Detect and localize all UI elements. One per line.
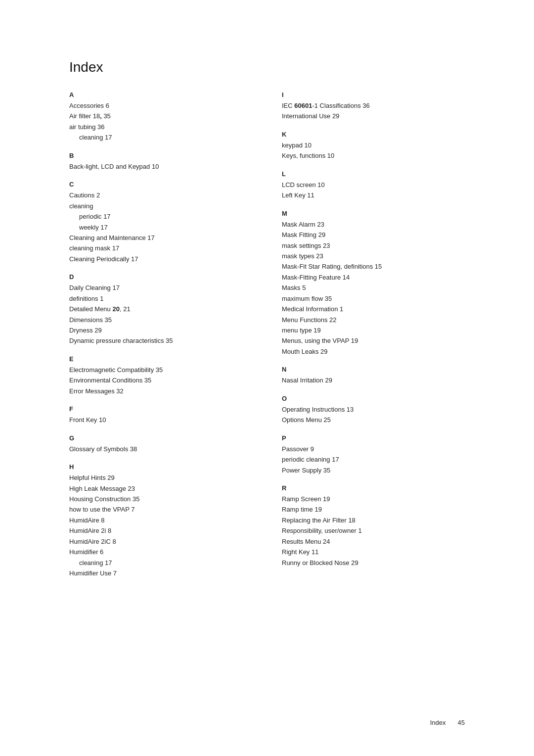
item-humidifier-use: Humidifier Use 7 <box>69 569 117 577</box>
item-definitions: definitions 1 <box>69 295 103 302</box>
section-l-items: LCD screen 10 Left Key 11 <box>282 180 465 201</box>
right-column: I IEC 60601-1 Classifications 36 Interna… <box>282 91 465 587</box>
section-r: R Ramp Screen 19 Ramp time 19 Replacing … <box>282 484 465 568</box>
section-m: M Mask Alarm 23 Mask Fitting 29 mask set… <box>282 210 465 357</box>
item-left-key: Left Key 11 <box>282 191 314 199</box>
section-k: K keypad 10 Keys, functions 10 <box>282 131 465 161</box>
item-cleaning-periodic: periodic 17 <box>69 211 252 222</box>
letter-a: A <box>69 91 252 98</box>
item-mask-alarm: Mask Alarm 23 <box>282 221 324 228</box>
letter-h: H <box>69 463 252 471</box>
section-h-items: Helpful Hints 29 High Leak Message 23 Ho… <box>69 472 252 578</box>
section-p-items: Passover 9 periodic cleaning 17 Power Su… <box>282 444 465 475</box>
footer-page: 45 <box>458 719 465 726</box>
footer-label: Index <box>430 719 446 726</box>
item-humidifier-cleaning: cleaning 17 <box>69 558 252 568</box>
item-environmental: Environmental Conditions 35 <box>69 377 151 384</box>
item-mask-types: mask types 23 <box>282 252 323 260</box>
item-mask-fitting: Mask Fitting 29 <box>282 231 325 238</box>
item-keypad: keypad 10 <box>282 142 312 149</box>
section-n-items: Nasal Irritation 29 <box>282 375 465 385</box>
item-keys-functions: Keys, functions 10 <box>282 152 334 159</box>
item-backlight: Back-light, LCD and Keypad 10 <box>69 163 159 170</box>
item-cleaning-maintenance: Cleaning and Maintenance 17 <box>69 234 155 241</box>
item-masks: Masks 5 <box>282 284 306 291</box>
item-menus-vpap: Menus, using the VPAP 19 <box>282 337 358 344</box>
section-h: H Helpful Hints 29 High Leak Message 23 … <box>69 463 252 578</box>
item-menu-type: menu type 19 <box>282 327 321 334</box>
item-power-supply: Power Supply 35 <box>282 467 330 474</box>
item-periodic-cleaning: periodic cleaning 17 <box>282 456 339 463</box>
item-nasal-irritation: Nasal Irritation 29 <box>282 377 332 384</box>
section-d-items: Daily Cleaning 17 definitions 1 Detailed… <box>69 283 252 346</box>
section-o: O Operating Instructions 13 Options Menu… <box>282 395 465 425</box>
item-air-filter: Air filter 18, 35 <box>69 112 111 120</box>
section-n: N Nasal Irritation 29 <box>282 366 465 385</box>
letter-o: O <box>282 395 465 402</box>
item-menu-functions: Menu Functions 22 <box>282 316 337 324</box>
section-m-items: Mask Alarm 23 Mask Fitting 29 mask setti… <box>282 219 465 357</box>
item-results-menu: Results Menu 24 <box>282 538 330 545</box>
item-passover: Passover 9 <box>282 445 314 453</box>
item-ramp-time: Ramp time 19 <box>282 506 322 513</box>
item-cleaning-periodically: Cleaning Periodically 17 <box>69 255 138 263</box>
item-mask-settings: mask settings 23 <box>282 242 330 249</box>
item-helpful-hints: Helpful Hints 29 <box>69 474 115 481</box>
letter-k: K <box>282 131 465 138</box>
letter-c: C <box>69 181 252 188</box>
page-footer: Index 45 <box>430 719 465 726</box>
section-g-items: Glossary of Symbols 38 <box>69 444 252 454</box>
item-emc: Electromagnetic Compatibility 35 <box>69 366 163 374</box>
item-replacing-filter: Replacing the Air Filter 18 <box>282 517 356 524</box>
item-humidaire-2i: HumidAire 2i 8 <box>69 527 111 534</box>
section-a: A Accessories 6 Air filter 18, 35 air tu… <box>69 91 252 143</box>
item-cleaning-weekly: weekly 17 <box>69 222 252 233</box>
section-d: D Daily Cleaning 17 definitions 1 Detail… <box>69 273 252 346</box>
item-mask-fitting-feature: Mask-Fitting Feature 14 <box>282 274 350 281</box>
letter-m: M <box>282 210 465 217</box>
item-humidaire: HumidAire 8 <box>69 517 105 524</box>
item-lcd-screen: LCD screen 10 <box>282 181 325 189</box>
item-detailed-menu: Detailed Menu 20, 21 <box>69 305 131 313</box>
letter-p: P <box>282 434 465 442</box>
section-o-items: Operating Instructions 13 Options Menu 2… <box>282 404 465 425</box>
section-b: B Back-light, LCD and Keypad 10 <box>69 152 252 172</box>
item-how-to-use: how to use the VPAP 7 <box>69 506 135 513</box>
section-i-items: IEC 60601-1 Classifications 36 Internati… <box>282 100 465 122</box>
letter-b: B <box>69 152 252 159</box>
left-column: A Accessories 6 Air filter 18, 35 air tu… <box>69 91 252 587</box>
letter-i: I <box>282 91 465 98</box>
section-f-items: Front Key 10 <box>69 415 252 425</box>
section-g: G Glossary of Symbols 38 <box>69 434 252 454</box>
item-dimensions: Dimensions 35 <box>69 316 112 324</box>
item-dryness: Dryness 29 <box>69 327 102 334</box>
item-cautions: Cautions 2 <box>69 191 100 199</box>
section-i: I IEC 60601-1 Classifications 36 Interna… <box>282 91 465 122</box>
item-operating-instructions: Operating Instructions 13 <box>282 406 354 413</box>
section-p: P Passover 9 periodic cleaning 17 Power … <box>282 434 465 475</box>
item-housing: Housing Construction 35 <box>69 495 139 503</box>
section-e-items: Electromagnetic Compatibility 35 Environ… <box>69 365 252 396</box>
item-dynamic-pressure: Dynamic pressure characteristics 35 <box>69 337 173 344</box>
item-iec: IEC 60601-1 Classifications 36 <box>282 102 370 109</box>
item-humidaire-2ic: HumidAire 2iC 8 <box>69 538 116 545</box>
section-c: C Cautions 2 cleaning periodic 17 weekly… <box>69 181 252 264</box>
section-r-items: Ramp Screen 19 Ramp time 19 Replacing th… <box>282 494 465 568</box>
letter-l: L <box>282 170 465 178</box>
item-glossary: Glossary of Symbols 38 <box>69 445 137 453</box>
section-a-items: Accessories 6 Air filter 18, 35 air tubi… <box>69 100 252 143</box>
item-error-messages: Error Messages 32 <box>69 387 124 395</box>
letter-d: D <box>69 273 252 281</box>
section-c-items: Cautions 2 cleaning periodic 17 weekly 1… <box>69 190 252 264</box>
page-title: Index <box>69 59 465 75</box>
item-air-tubing-cleaning: cleaning 17 <box>69 132 252 142</box>
item-right-key: Right Key 11 <box>282 548 318 556</box>
item-cleaning-mask: cleaning mask 17 <box>69 244 119 252</box>
item-air-tubing: air tubing 36 <box>69 123 105 131</box>
item-front-key: Front Key 10 <box>69 416 106 424</box>
item-responsibility: Responsibility, user/owner 1 <box>282 527 362 534</box>
section-l: L LCD screen 10 Left Key 11 <box>282 170 465 201</box>
letter-e: E <box>69 355 252 363</box>
page: Index A Accessories 6 Air filter 18, 35 … <box>0 0 534 637</box>
section-b-items: Back-light, LCD and Keypad 10 <box>69 161 252 172</box>
